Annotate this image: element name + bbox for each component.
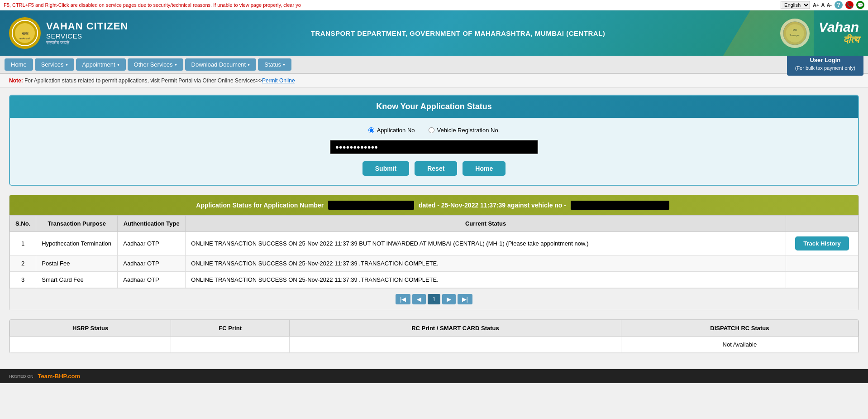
fc-print-value [171,337,290,353]
row2-action [786,255,858,272]
status-card-header: Know Your Application Status [10,96,858,118]
result-section: Application Status for Application Numbe… [9,195,859,310]
row1-status: ONLINE TRANSACTION SUCCESS ON 25-Nov-202… [186,232,786,255]
table-row: 3 Smart Card Fee Aadhaar OTP ONLINE TRAN… [10,272,858,288]
nav-status[interactable]: Status ▾ [258,58,291,71]
nav-home[interactable]: Home [5,58,33,71]
row2-status: ONLINE TRANSACTION SUCCESS ON 25-Nov-202… [186,255,786,272]
col-hsrp: HSRP Status [10,320,171,337]
other-services-arrow: ▾ [175,62,177,67]
rc-print-value [290,337,621,353]
dispatch-rc-value: Not Available [621,337,858,353]
nav-appointment[interactable]: Appointment ▾ [76,58,126,71]
page-prev[interactable]: ◀ [412,294,426,304]
chat-icon: 💬 [856,1,864,9]
result-app-number-redacted [328,201,414,210]
row1-auth: Aadhaar OTP [118,232,186,255]
row2-auth: Aadhaar OTP [118,255,186,272]
input-row [19,140,849,154]
bottom-status-body: Not Available [10,337,858,353]
submit-button[interactable]: Submit [362,161,409,176]
radio-vehicle-reg-label: Vehicle Registration No. [437,127,500,134]
services-arrow: ▾ [66,62,68,67]
user-login-line1: User Login [810,57,840,63]
result-vehicle-redacted [571,201,669,210]
download-arrow: ▾ [248,62,250,67]
user-login-button[interactable]: User Login (For bulk tax payment only) [787,53,863,76]
header: भारत सत्यमेव जयते VAHAN CITIZEN SERVICES… [0,10,868,56]
nav-other-services[interactable]: Other Services ▾ [128,58,183,71]
navbar: Home Services ▾ Appointment ▾ Other Serv… [0,56,868,74]
result-header: Application Status for Application Numbe… [10,195,858,215]
col-status: Current Status [186,216,786,232]
row3-auth: Aadhaar OTP [118,272,186,288]
col-dispatch-rc: DISPATCH RC Status [621,320,858,337]
col-rc-print: RC Print / SMART CARD Status [290,320,621,337]
page-1[interactable]: 1 [428,294,440,304]
security-bar-right: English A+ A A- ? 📞 💬 [781,1,864,9]
table-row: 2 Postal Fee Aadhaar OTP ONLINE TRANSACT… [10,255,858,272]
security-message: F5, CTRL+F5 and Right-Click are disabled… [4,2,301,8]
radio-application-no[interactable]: Application No [368,127,415,134]
radio-vehicle-reg[interactable]: Vehicle Registration No. [429,127,500,134]
result-header-prefix: Application Status for Application Numbe… [196,202,324,209]
language-select[interactable]: English [781,1,810,9]
font-size-controls: A+ A A- [813,2,832,8]
status-card: Know Your Application Status Application… [9,95,859,186]
footer-logo: Team-BHP.com [38,373,80,380]
row3-purpose: Smart Card Fee [36,272,118,288]
button-row: Submit Reset Home [19,161,849,176]
radio-vehicle-reg-input[interactable] [429,127,434,133]
radio-application-no-input[interactable] [368,127,374,133]
footer-hosted-label: HOSTED ON [9,374,33,379]
nav-download-document[interactable]: Download Document ▾ [185,58,257,71]
row1-sno: 1 [10,232,36,255]
result-header-suffix: dated - 25-Nov-2022 11:37:39 against veh… [419,202,566,209]
note-bar: Note: For Application status related to … [0,74,868,88]
security-bar: F5, CTRL+F5 and Right-Click are disabled… [0,0,868,10]
table-body: 1 Hypothecation Termination Aadhaar OTP … [10,232,858,288]
permit-online-link[interactable]: Permit Online [262,77,295,84]
department-name: TRANSPORT DEPARTMENT, GOVERNMENT OF MAHA… [136,29,780,37]
bottom-status-header-row: HSRP Status FC Print RC Print / SMART CA… [10,320,858,337]
nav-items: Home Services ▾ Appointment ▾ Other Serv… [5,58,291,71]
table-head: S.No. Transaction Purpose Authentication… [10,216,858,232]
col-sno: S.No. [10,216,36,232]
font-size-medium[interactable]: A [821,2,825,8]
font-size-large[interactable]: A+ [813,2,819,8]
status-card-body: Application No Vehicle Registration No. … [10,118,858,185]
bottom-status-section: HSRP Status FC Print RC Print / SMART CA… [9,319,859,353]
page-next[interactable]: ▶ [442,294,456,304]
header-title: VAHAN CITIZEN SERVICES सत्यमेव जयते [46,20,128,46]
home-button[interactable]: Home [463,161,506,176]
note-label: Note: [9,77,23,84]
footer: HOSTED ON Team-BHP.com [0,369,868,383]
result-table: S.No. Transaction Purpose Authentication… [10,215,858,288]
page-last[interactable]: ▶| [458,294,472,304]
india-emblem: भारत सत्यमेव जयते [9,17,41,49]
result-table-wrap: S.No. Transaction Purpose Authentication… [10,215,858,310]
pagination-row: |◀ ◀ 1 ▶ ▶| [10,288,858,310]
row1-purpose: Hypothecation Termination [36,232,118,255]
hsrp-value [10,337,171,353]
svg-text:सत्यमेव जयते: सत्यमेव जयते [19,37,30,40]
note-text: For Application status related to permit… [24,77,295,84]
col-action [786,216,858,232]
page-first[interactable]: |◀ [396,294,410,304]
nav-services[interactable]: Services ▾ [35,58,74,71]
application-number-input[interactable] [330,140,538,154]
radio-row: Application No Vehicle Registration No. [19,127,849,134]
table-row: 1 Hypothecation Termination Aadhaar OTP … [10,232,858,255]
row2-purpose: Postal Fee [36,255,118,272]
track-history-button[interactable]: Track History [795,236,849,250]
help-icon[interactable]: ? [835,1,843,9]
reset-button[interactable]: Reset [415,161,457,176]
phone-icon: 📞 [845,1,854,9]
user-login-line2: (For bulk tax payment only) [795,65,855,71]
appointment-arrow: ▾ [117,62,119,67]
bottom-status-row: Not Available [10,337,858,353]
table-header-row: S.No. Transaction Purpose Authentication… [10,216,858,232]
header-decoration [723,10,814,56]
font-size-small[interactable]: A- [826,2,832,8]
header-subtitle: सत्यमेव जयते [46,40,128,46]
